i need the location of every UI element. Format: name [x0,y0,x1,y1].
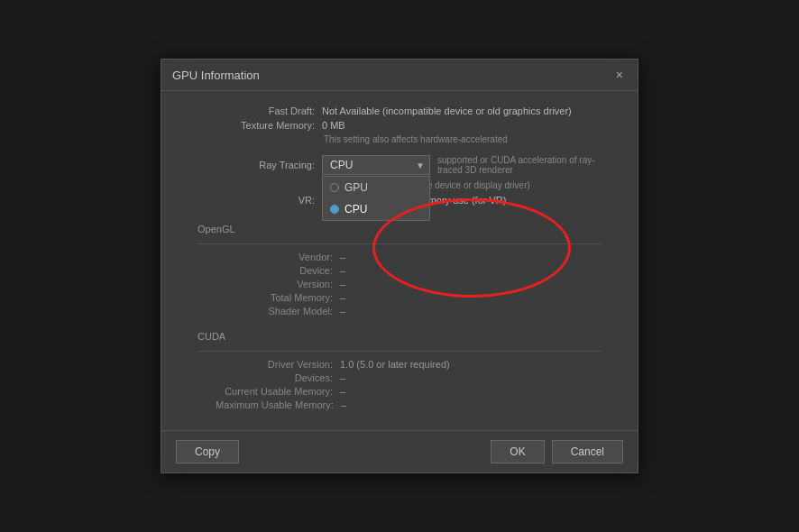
ray-tracing-dropdown-wrapper: CPU GPU ▼ GPU CPU [322,155,430,175]
device-value: – [340,265,345,276]
vendor-value: – [340,252,345,262]
texture-memory-row: Texture Memory: 0 MB [179,120,620,131]
current-usable-row: Current Usable Memory: – [216,386,620,397]
current-usable-label: Current Usable Memory: [216,386,333,397]
shader-model-value: – [340,306,345,316]
version-row: Version: – [216,279,620,289]
footer-left: Copy [176,440,239,463]
maximum-usable-label: Maximum Usable Memory: [216,399,334,410]
cancel-button[interactable]: Cancel [552,440,623,463]
footer-right: OK Cancel [491,440,623,463]
version-label: Version: [216,279,333,289]
hw-accel-note: This setting also affects hardware-accel… [179,134,620,144]
maximum-usable-value: – [341,399,346,410]
version-value: – [340,279,345,289]
driver-version-value: 1.0 (5.0 or later required) [340,359,450,370]
shader-model-label: Shader Model: [216,306,333,316]
maximum-usable-row: Maximum Usable Memory: – [216,399,620,410]
current-usable-value: – [340,386,345,397]
dialog-title: GPU Information [172,69,260,82]
dropdown-menu: GPU CPU [322,176,430,221]
ray-tracing-label: Ray Tracing: [216,160,315,170]
dialog-footer: Copy OK Cancel [161,430,638,472]
cpu-option-label: CPU [344,203,367,216]
copy-button[interactable]: Copy [176,440,239,463]
texture-memory-label: Texture Memory: [216,120,315,131]
close-button[interactable]: × [612,67,627,83]
dialog-content: Fast Draft: Not Available (incompatible … [161,91,638,430]
driver-version-row: Driver Version: 1.0 (5.0 or later requir… [216,359,620,370]
ok-button[interactable]: OK [491,440,544,463]
dropdown-option-cpu[interactable]: CPU [323,198,429,220]
texture-memory-value: 0 MB [322,120,345,131]
vendor-row: Vendor: – [216,252,620,262]
devices-value: – [340,372,345,383]
fast-draft-label: Fast Draft: [216,105,315,116]
gpu-radio [330,183,339,192]
cuda-details: Driver Version: 1.0 (5.0 or later requir… [179,359,620,410]
device-row: Device: – [216,265,620,276]
fast-draft-value: Not Available (incompatible device or ol… [322,105,572,116]
gpu-option-label: GPU [344,181,368,194]
shader-model-row: Shader Model: – [216,306,620,316]
vendor-label: Vendor: [216,252,333,262]
device-label: Device: [216,265,333,276]
opengl-divider [197,243,602,244]
devices-row: Devices: – [216,372,620,383]
total-memory-value: – [340,292,345,303]
fast-draft-row: Fast Draft: Not Available (incompatible … [179,105,620,116]
vr-label: VR: [216,195,315,206]
devices-label: Devices: [216,372,333,383]
total-memory-label: Total Memory: [216,292,333,303]
ray-tracing-row: Ray Tracing: CPU GPU ▼ GPU [179,155,620,175]
driver-version-label: Driver Version: [216,359,333,370]
gpu-information-dialog: GPU Information × Fast Draft: Not Availa… [161,59,638,473]
ray-tracing-dropdown[interactable]: CPU GPU [322,155,430,175]
ray-note: supported or CUDA acceleration of ray-tr… [437,155,618,175]
dropdown-option-gpu[interactable]: GPU [323,177,429,198]
opengl-header: OpenGL [179,218,620,238]
cuda-header: CUDA [179,326,620,345]
title-bar: GPU Information × [161,60,638,91]
cuda-divider [197,351,602,352]
total-memory-row: Total Memory: – [216,292,620,303]
opengl-details: Vendor: – Device: – Version: – Total Mem… [179,252,620,316]
cpu-radio [330,205,339,214]
